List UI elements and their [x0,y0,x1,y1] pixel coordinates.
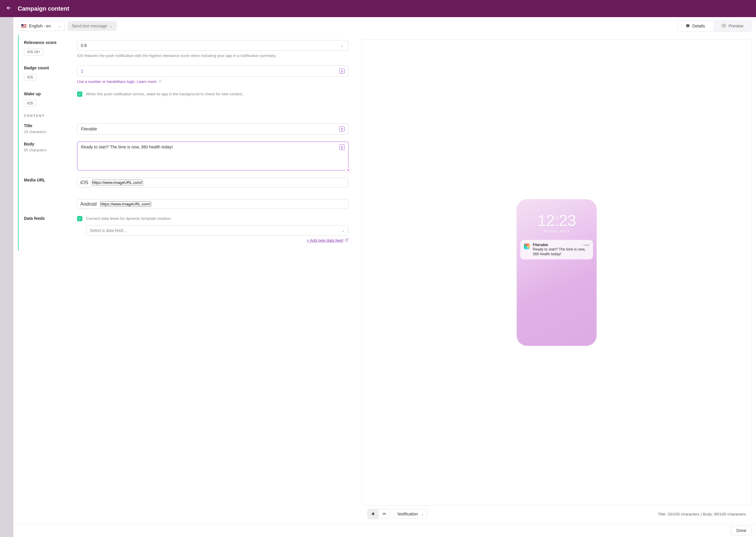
eye-icon [722,23,726,29]
language-label: English - en [29,23,51,28]
relevance-select[interactable]: 0.8 ⌄ [77,40,348,51]
relevance-value: 0.8 [81,43,87,48]
feeds-desc: Connect data feeds for dynamic template … [86,216,172,221]
flag-us-icon [21,24,26,28]
feeds-select[interactable]: Select a data feed... ⌄ [86,225,348,236]
wakeup-desc: When this push notification arrives, wak… [86,92,243,97]
title-input-wrap: {} [77,123,348,135]
external-link-icon [345,238,348,242]
body-textarea-wrap: {} [77,142,348,171]
chevron-down-icon: ⌄ [340,228,346,232]
phone-mock: 12:23 Monday, July 9 Fiterable now Ready… [516,199,597,346]
code-icon[interactable]: {} [339,126,345,132]
svg-rect-1 [688,25,688,26]
details-preview-segmented: Details Preview [677,21,752,31]
code-icon[interactable]: {} [339,145,345,150]
preview-footer: Notification ⌄ Title: 20/100 characters … [362,506,752,519]
info-icon [686,23,690,29]
label-media-url: Media URL [24,178,71,182]
notification-type-select[interactable]: Notification ⌄ [394,509,427,519]
body-char-count: 55 characters [24,148,71,152]
notif-body: Ready to start? The time is now, 360 hea… [533,247,590,257]
chevron-down-icon: ⌄ [340,43,343,48]
back-arrow-icon[interactable] [6,5,12,12]
label-body: Body [24,142,71,146]
title-char-count: 18 characters [24,130,71,134]
relevance-hint: iOS features the push notification with … [77,53,348,59]
phone-time: 12:23 [517,211,597,229]
external-link-icon [158,80,162,84]
page-footer: Done [13,524,756,537]
notification-card: Fiterable now Ready to start? The time i… [520,240,593,260]
label-wakeup: Wake up [24,92,71,96]
chevron-down-icon: ⌄ [421,512,424,516]
badge-ios: iOS [24,74,36,81]
media-android-badge: Android [80,201,97,207]
badge-count-input-wrap: {} [77,65,348,77]
preview-column: 12:23 Monday, July 9 Fiterable now Ready… [355,35,756,524]
topbar: Campaign content [0,0,756,17]
label-title: Title [24,123,71,128]
os-toggle [367,509,390,519]
preview-frame: 12:23 Monday, July 9 Fiterable now Ready… [362,40,752,506]
svg-rect-2 [688,24,688,25]
content-toolbar: English - en ⌄ Send test message ⌄ Detai… [13,17,756,35]
feeds-placeholder: Select a data feed... [90,228,127,233]
chevron-down-icon: ⌄ [110,24,112,28]
tab-preview[interactable]: Preview [713,21,752,31]
media-ios-input[interactable] [92,180,143,185]
send-test-button[interactable]: Send test message ⌄ [67,21,117,31]
learn-more-link[interactable]: Learn more [137,79,156,84]
label-relevance: Relevance score [24,40,71,45]
badge-count-hint: Use a number or handelbars logic. Learn … [77,79,348,84]
ai-sparkle-icon[interactable]: ✦ [345,167,351,174]
add-data-feed-link[interactable]: + Add new data feed [86,238,348,242]
char-counts: Title: 20/100 characters | Body: 85/100 … [658,512,746,516]
tab-details[interactable]: Details [678,21,713,31]
body-textarea[interactable] [81,145,337,168]
label-data-feeds: Data feeds [24,216,71,221]
svg-point-3 [723,25,724,26]
os-apple-button[interactable] [368,509,378,519]
app-icon [524,243,530,249]
os-android-button[interactable] [378,509,390,519]
code-icon[interactable]: {} [339,68,345,74]
feeds-checkbox[interactable]: ✓ [77,216,82,221]
notif-time: now [584,243,590,247]
badge-count-input[interactable] [81,69,337,73]
media-ios-row: iOS [77,178,348,187]
media-ios-badge: iOS [80,180,88,185]
done-button[interactable]: Done [731,526,752,535]
send-test-label: Send test message [72,23,107,28]
form-column: Relevance score iOS 15+ 0.8 ⌄ iOS featur… [13,35,355,524]
title-input[interactable] [81,127,337,131]
badge-ios: iOS [24,100,36,107]
media-android-row: Android [77,199,348,209]
badge-ios15: iOS 15+ [24,48,43,56]
media-android-input[interactable] [100,201,151,207]
language-select[interactable]: English - en ⌄ [18,21,65,31]
phone-date: Monday, July 9 [517,229,597,233]
page-title: Campaign content [18,5,69,12]
notif-title: Fiterable [533,243,548,247]
chevron-down-icon: ⌄ [58,24,61,28]
label-badge-count: Badge count [24,65,71,70]
section-content-header: CONTENT [24,114,348,117]
wakeup-checkbox[interactable]: ✓ [77,92,82,97]
